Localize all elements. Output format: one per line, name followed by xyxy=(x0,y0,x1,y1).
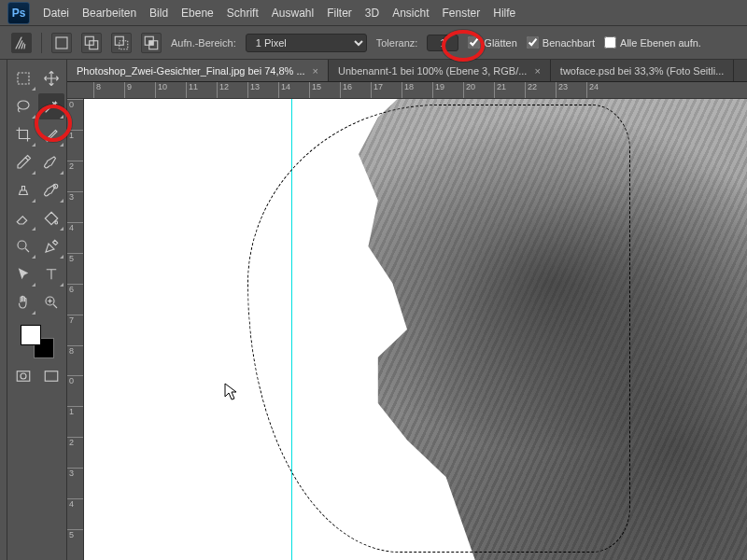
menu-ansicht[interactable]: Ansicht xyxy=(392,7,429,20)
svg-point-14 xyxy=(21,373,26,379)
selection-subtract-icon[interactable] xyxy=(111,33,132,53)
ruler-tick: 10 xyxy=(155,82,186,98)
ruler-tick: 14 xyxy=(278,82,309,98)
tool-lasso[interactable] xyxy=(10,93,36,119)
tool-eyedropper[interactable] xyxy=(10,149,36,175)
document-tab[interactable]: twoface.psd bei 33,3% (Foto Seitli... xyxy=(551,60,734,81)
document-tab[interactable]: Unbenannt-1 bei 100% (Ebene 3, RGB/... × xyxy=(329,60,551,81)
tool-slice[interactable] xyxy=(38,121,64,147)
ruler-tick: 12 xyxy=(217,82,247,98)
svg-point-11 xyxy=(18,241,26,249)
foreground-color-swatch[interactable] xyxy=(21,325,41,345)
ruler-tick: 5 xyxy=(67,529,83,560)
ruler-tick: 8 xyxy=(67,345,83,376)
menu-datei[interactable]: Datei xyxy=(43,7,69,20)
ruler-tick: 2 xyxy=(67,161,83,191)
svg-rect-0 xyxy=(56,37,67,49)
quick-mask-icon[interactable] xyxy=(12,368,35,385)
aufn-bereich-select[interactable]: 1 Pixel xyxy=(246,34,367,52)
ruler-tick: 7 xyxy=(67,315,83,345)
menu-bild[interactable]: Bild xyxy=(149,7,168,20)
canvas[interactable] xyxy=(84,99,747,560)
ruler-tick: 18 xyxy=(402,82,432,98)
tool-clone-stamp[interactable] xyxy=(10,177,36,203)
toleranz-label: Toleranz: xyxy=(376,37,418,49)
tool-brush[interactable] xyxy=(38,149,64,175)
document-tab[interactable]: Photoshop_Zwei-Gesichter_Final.jpg bei 7… xyxy=(67,60,329,81)
tool-crop[interactable] xyxy=(10,121,36,147)
ruler-tick: 0 xyxy=(67,99,83,130)
alle-ebenen-checkbox[interactable]: Alle Ebenen aufn. xyxy=(604,36,701,49)
menu-hilfe[interactable]: Hilfe xyxy=(493,7,515,20)
tool-type[interactable] xyxy=(38,261,64,287)
tab-label: Unbenannt-1 bei 100% (Ebene 3, RGB/... xyxy=(338,65,527,77)
tool-hand[interactable] xyxy=(10,289,36,315)
tool-marquee[interactable] xyxy=(10,65,36,91)
ruler-tick: 4 xyxy=(67,498,83,529)
tool-zoom[interactable] xyxy=(38,289,64,315)
tool-eraser[interactable] xyxy=(10,205,36,231)
tool-move[interactable] xyxy=(38,65,64,91)
svg-rect-8 xyxy=(18,73,29,84)
toleranz-input[interactable] xyxy=(427,35,458,51)
tool-pen[interactable] xyxy=(38,233,64,259)
close-icon[interactable]: × xyxy=(534,65,540,77)
ruler-tick: 1 xyxy=(67,130,83,161)
ruler-tick: 13 xyxy=(247,82,278,98)
ruler-tick: 20 xyxy=(463,82,494,98)
menu-filter[interactable]: Filter xyxy=(327,7,352,20)
left-gutter xyxy=(0,60,7,560)
selection-add-icon[interactable] xyxy=(81,33,102,53)
menu-3d[interactable]: 3D xyxy=(365,7,379,20)
svg-rect-13 xyxy=(17,371,30,382)
ruler-tick: 11 xyxy=(186,82,217,98)
ruler-tick: 8 xyxy=(93,82,124,98)
ruler-tick: 0 xyxy=(67,375,83,406)
ruler-tick: 4 xyxy=(67,222,83,253)
ruler-tick: 9 xyxy=(124,82,155,98)
svg-rect-7 xyxy=(149,40,154,45)
document-tabs: Photoshop_Zwei-Gesichter_Final.jpg bei 7… xyxy=(67,60,747,82)
svg-rect-15 xyxy=(45,371,58,382)
selection-new-icon[interactable] xyxy=(51,33,72,53)
canvas-viewport[interactable] xyxy=(84,99,747,560)
menu-schrift[interactable]: Schrift xyxy=(227,7,259,20)
tool-history-brush[interactable] xyxy=(38,177,64,203)
ruler-tick: 1 xyxy=(67,406,83,437)
ruler-horizontal[interactable]: 89101112131415161718192021222324 xyxy=(67,82,747,99)
app-logo: Ps xyxy=(7,2,30,24)
menu-auswahl[interactable]: Auswahl xyxy=(272,7,314,20)
alle-ebenen-label: Alle Ebenen aufn. xyxy=(620,37,701,49)
ruler-vertical[interactable]: 012345678012345 xyxy=(67,99,84,560)
tool-paint-bucket[interactable] xyxy=(38,205,64,231)
benachbart-label: Benachbart xyxy=(543,37,595,49)
ruler-tick: 24 xyxy=(586,82,617,98)
ruler-tick: 15 xyxy=(309,82,340,98)
ruler-tick: 17 xyxy=(371,82,402,98)
menu-bearbeiten[interactable]: Bearbeiten xyxy=(82,7,136,20)
benachbart-checkbox[interactable]: Benachbart xyxy=(527,36,595,49)
screen-mode-icon[interactable] xyxy=(40,368,63,385)
close-icon[interactable]: × xyxy=(313,65,318,77)
ruler-tick: 5 xyxy=(67,253,83,284)
tool-path-selection[interactable] xyxy=(10,261,36,287)
toolbox xyxy=(7,60,67,560)
glaetten-label: Glätten xyxy=(484,37,516,49)
glaetten-checkbox[interactable]: Glätten xyxy=(468,36,516,49)
tool-dodge[interactable] xyxy=(10,233,36,259)
ruler-tick: 22 xyxy=(525,82,556,98)
tool-magic-wand[interactable] xyxy=(38,93,64,119)
color-swatches[interactable] xyxy=(21,325,54,358)
current-tool-icon[interactable] xyxy=(11,33,32,53)
selection-intersect-icon[interactable] xyxy=(141,33,162,53)
ruler-tick: 23 xyxy=(556,82,586,98)
cursor-icon xyxy=(224,383,239,401)
document-area: Photoshop_Zwei-Gesichter_Final.jpg bei 7… xyxy=(67,60,747,560)
menu-fenster[interactable]: Fenster xyxy=(443,7,481,20)
menu-ebene[interactable]: Ebene xyxy=(181,7,214,20)
separator xyxy=(41,33,42,53)
options-bar: Aufn.-Bereich: 1 Pixel Toleranz: Glätten… xyxy=(0,26,747,60)
menu-bar: Ps Datei Bearbeiten Bild Ebene Schrift A… xyxy=(0,0,747,26)
ruler-tick: 16 xyxy=(340,82,371,98)
selection-marquee xyxy=(247,105,630,553)
